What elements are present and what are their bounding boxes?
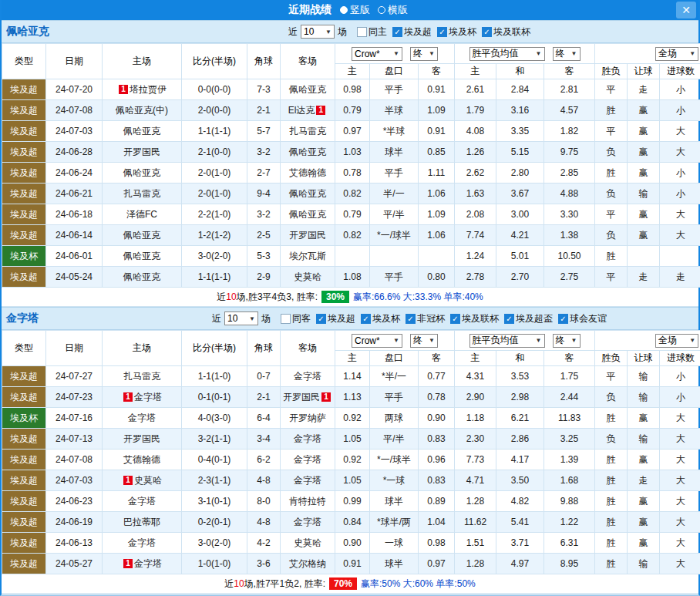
cell-corner: 3-2 [247,204,281,225]
match-count-select[interactable]: 10 ▼ [301,25,335,39]
wdl-final-select[interactable]: 终 ▼ [553,47,581,61]
away-team-name: 开罗国民 [289,230,326,241]
radio-unselected-icon[interactable] [378,6,385,14]
filter-checkbox[interactable]: ✓球会友谊 [558,312,607,325]
scope-value: 全场 [658,334,677,347]
col-win: 主 [455,351,496,366]
chevron-down-icon: ▼ [429,50,435,57]
cell-home: 金字塔 [103,533,182,554]
checkbox-unchecked-icon[interactable] [357,27,367,37]
filter-checkbox[interactable]: ✓非冠杯 [406,312,445,325]
cell-corner: 0-7 [247,366,281,387]
cell-score: 0-2(0-1) [182,512,247,533]
cell-type: 埃及超 [2,533,46,554]
checkbox-checked-icon[interactable]: ✓ [482,27,492,37]
checkbox-unchecked-icon[interactable] [281,314,291,324]
checkbox-label: 埃及杯 [449,25,476,39]
cell-res: 胜 [595,100,628,121]
home-team-name: 金字塔 [128,412,156,423]
col-odds-home: 主 [335,351,370,366]
layout-radio[interactable]: 竖版 [340,3,370,17]
filter-checkbox[interactable]: ✓埃及超 [392,25,432,39]
filters-bar: 近 10 ▼ 场 同主✓埃及超✓埃及杯✓埃及联杯 [122,25,694,39]
away-team-name: 开罗纳萨 [289,412,326,423]
scope-select[interactable]: 全场 ▼ [655,334,698,348]
home-team-name: 金字塔 [128,496,156,507]
cell-o_a: 0.98 [419,533,455,554]
home-team-name: 巴拉蒂耶 [123,517,160,527]
home-team-name: 金字塔 [134,558,162,569]
filter-checkbox[interactable]: ✓埃及联杯 [450,312,499,325]
match-count-select[interactable]: 10 ▼ [224,311,258,325]
checkbox-checked-icon[interactable]: ✓ [450,314,460,324]
radio-selected-icon[interactable] [340,6,348,14]
col-score: 比分(半场) [182,44,247,79]
cell-score: 2-1(0-0) [182,142,247,163]
cell-res: 胜 [595,491,628,512]
cell-away: El达克1 [281,100,335,121]
filter-checkbox[interactable]: 同客 [281,312,311,325]
cell-goal: 小 [660,387,700,408]
window-title: 近期战绩 [288,3,331,17]
match-row: 埃及超24-05-24佩哈亚克1-1(1-1)2-9史莫哈1.08平手0.802… [2,267,700,288]
bookmaker-value: Crow* [355,49,380,59]
away-team-name: 开罗国民 [283,392,320,402]
cell-date: 24-07-13 [46,429,103,450]
cell-w: 2.30 [455,429,496,450]
home-team-name: 佩哈亚克 [123,126,160,136]
cell-d: 2.98 [496,387,544,408]
home-team-name: 佩哈亚克(中) [116,105,168,116]
cell-goal: 大 [660,554,700,574]
cell-type: 埃及超 [2,121,46,142]
team-header-band: 佩哈亚克 近 10 ▼ 场 同主✓埃及超✓埃及杯✓埃及联杯 [2,20,698,43]
checkbox-checked-icon[interactable]: ✓ [392,27,402,37]
cell-corner: 5-3 [247,246,281,267]
filter-checkbox[interactable]: ✓埃及超盃 [504,312,553,325]
odds-final-select[interactable]: 终 ▼ [410,334,438,348]
checkbox-checked-icon[interactable]: ✓ [437,27,447,37]
layout-radio[interactable]: 横版 [378,3,408,17]
scope-select[interactable]: 全场 ▼ [655,47,698,61]
bookmaker-value: Crow* [355,335,380,346]
match-row: 埃及超24-07-13开罗国民3-2(1-1)3-4金字塔1.05平/半0.83… [2,429,700,450]
cell-type: 埃及超 [2,366,46,387]
cell-corner: 2-9 [247,267,281,288]
chevron-down-icon: ▼ [689,50,695,57]
wdl-avg-select[interactable]: 胜平负均值 ▼ [469,334,545,348]
checkbox-label: 埃及超盃 [516,312,553,325]
bookmaker-select[interactable]: Crow* ▼ [352,47,402,61]
cell-o_h: 1.08 [335,267,370,288]
filter-checkbox[interactable]: ✓埃及杯 [361,312,400,325]
home-team-name: 开罗国民 [123,433,160,444]
checkbox-checked-icon[interactable]: ✓ [504,314,514,324]
match-count-value: 10 [227,313,237,324]
bookmaker-select[interactable]: Crow* ▼ [352,334,402,348]
cell-goal: 小 [660,184,700,204]
team-name: 佩哈亚克 [6,25,122,39]
away-team-name: 金字塔 [294,433,321,444]
cell-o_h: 0.82 [335,225,370,246]
wdl-avg-select[interactable]: 胜平负均值 ▼ [469,47,545,61]
checkbox-checked-icon[interactable]: ✓ [558,314,568,324]
wdl-avg-value: 胜平负均值 [473,334,519,347]
cell-l: 6.31 [544,533,595,554]
cell-let: 赢 [628,533,660,554]
filter-checkbox[interactable]: ✓埃及联杯 [482,25,530,39]
wdl-final-select[interactable]: 终 ▼ [553,334,581,348]
cell-d: 4.17 [496,450,544,470]
filter-checkbox[interactable]: ✓埃及超 [316,312,355,325]
close-button[interactable]: ✕ [676,2,696,19]
league-filter-group: 同客✓埃及超✓埃及杯✓非冠杯✓埃及联杯✓埃及超盃✓球会友谊 [275,312,607,325]
summary-stats: 赢率:50% 大:60% 单率:50% [361,577,476,591]
filter-checkbox[interactable]: 同主 [357,25,387,39]
checkbox-checked-icon[interactable]: ✓ [361,314,371,324]
col-odds-away: 客 [419,351,455,366]
cell-type: 埃及超 [2,79,46,100]
filter-checkbox[interactable]: ✓埃及杯 [437,25,476,39]
cell-score: 3-0(2-0) [182,246,247,267]
checkbox-checked-icon[interactable]: ✓ [406,314,416,324]
cell-type: 埃及超 [2,512,46,533]
odds-final-select[interactable]: 终 ▼ [410,47,438,61]
cell-o_a: 1.06 [419,184,455,204]
checkbox-checked-icon[interactable]: ✓ [316,314,326,324]
